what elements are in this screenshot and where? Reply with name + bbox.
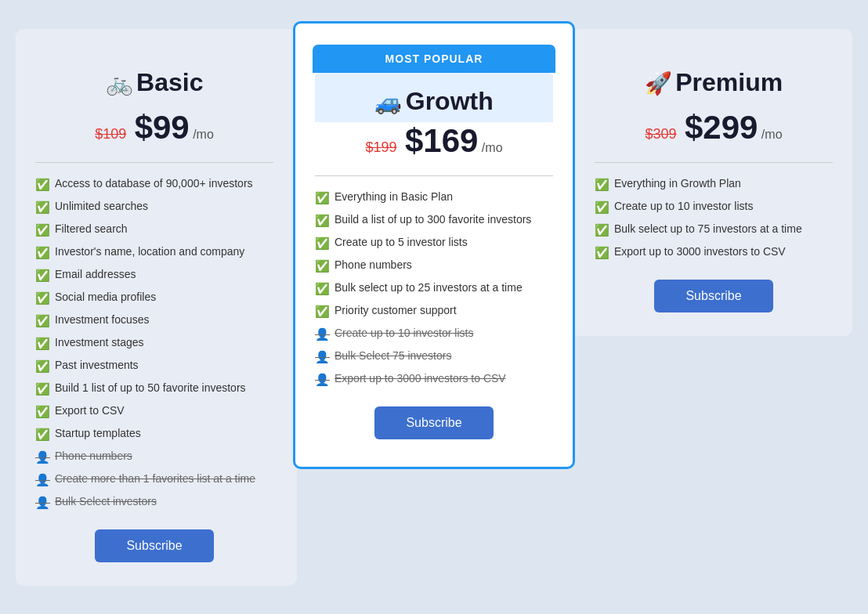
list-item: ✅Export up to 3000 investors to CSV — [595, 245, 833, 260]
list-item: ✅Social media profiles — [35, 291, 273, 305]
growth-current-price: $169 — [405, 122, 478, 159]
premium-per-month: /mo — [761, 128, 783, 141]
list-item: ✅Filtered search — [35, 222, 273, 237]
list-item: ✅Priority customer support — [315, 304, 553, 319]
list-item: ✅Everything in Basic Plan — [315, 190, 553, 205]
check-icon: ✅ — [35, 178, 50, 192]
growth-plan-icon: 🚙 — [374, 90, 402, 114]
list-item: ✅Access to database of 90,000+ investors — [35, 177, 273, 192]
lock-icon: 👤 — [35, 450, 50, 464]
premium-plan-title: Premium — [675, 68, 783, 96]
lock-icon: 👤 — [315, 350, 330, 364]
check-icon: ✅ — [35, 246, 50, 260]
check-icon: ✅ — [35, 291, 50, 305]
check-icon: ✅ — [315, 305, 330, 319]
basic-plan-pricing: $109 $99 /mo — [35, 109, 273, 146]
check-icon: ✅ — [315, 191, 330, 205]
basic-subscribe-button[interactable]: Subscribe — [95, 529, 213, 562]
growth-plan-card: MOST POPULAR 🚙 Growth $199 $169 /mo ✅Eve… — [293, 21, 575, 469]
list-item: 👤Export up to 3000 investors to CSV — [315, 372, 553, 387]
list-item: ✅Everything in Growth Plan — [595, 177, 833, 192]
basic-plan-title: Basic — [136, 68, 203, 96]
list-item: 👤Create up to 10 investor lists — [315, 327, 553, 341]
list-item: ✅Build a list of up to 300 favorite inve… — [315, 213, 553, 228]
basic-per-month: /mo — [193, 128, 214, 141]
lock-icon: 👤 — [315, 327, 330, 341]
growth-plan-title: Growth — [406, 87, 494, 115]
basic-feature-list: ✅Access to database of 90,000+ investors… — [35, 177, 273, 510]
check-icon: ✅ — [315, 214, 330, 228]
premium-feature-list: ✅Everything in Growth Plan ✅Create up to… — [595, 177, 833, 260]
list-item: 👤Create more than 1 favorites list at a … — [35, 472, 273, 487]
basic-plan-icon: 🚲 — [106, 71, 133, 96]
check-icon: ✅ — [35, 223, 50, 237]
lock-icon: 👤 — [315, 373, 330, 387]
premium-current-price: $299 — [685, 109, 758, 146]
premium-plan-header: 🚀 Premium — [595, 52, 833, 109]
list-item: ✅Email addresses — [35, 268, 273, 283]
check-icon: ✅ — [315, 259, 330, 273]
check-icon: ✅ — [35, 428, 50, 442]
list-item: 👤Phone numbers — [35, 450, 273, 464]
premium-original-price: $309 — [645, 126, 676, 142]
list-item: ✅Create up to 5 investor lists — [315, 236, 553, 251]
list-item: ✅Investment stages — [35, 336, 273, 351]
premium-plan-card: 🚀 Premium $309 $299 /mo ✅Everything in G… — [571, 29, 852, 336]
premium-plan-pricing: $309 $299 /mo — [595, 109, 833, 146]
growth-feature-list: ✅Everything in Basic Plan ✅Build a list … — [315, 190, 553, 387]
check-icon: ✅ — [35, 269, 50, 283]
check-icon: ✅ — [35, 405, 50, 419]
list-item: ✅Create up to 10 investor lists — [595, 200, 833, 215]
check-icon: ✅ — [595, 178, 609, 192]
list-item: ✅Build 1 list of up to 50 favorite inves… — [35, 381, 273, 396]
growth-original-price: $199 — [365, 139, 396, 155]
check-icon: ✅ — [35, 314, 50, 328]
most-popular-banner: MOST POPULAR — [313, 45, 555, 73]
check-icon: ✅ — [35, 359, 50, 374]
growth-divider — [315, 175, 553, 176]
check-icon: ✅ — [35, 337, 50, 351]
basic-divider — [35, 162, 273, 163]
growth-plan-pricing: $199 $169 /mo — [315, 122, 553, 160]
list-item: 👤Bulk Select 75 investors — [315, 349, 553, 364]
basic-current-price: $99 — [135, 109, 190, 146]
list-item: ✅Bulk select up to 75 investors at a tim… — [595, 222, 833, 237]
check-icon: ✅ — [35, 382, 50, 396]
list-item: ✅Export to CSV — [35, 404, 273, 419]
growth-subscribe-button[interactable]: Subscribe — [374, 406, 493, 439]
basic-original-price: $109 — [95, 126, 126, 142]
list-item: ✅Phone numbers — [315, 258, 553, 273]
growth-plan-header: 🚙 Growth — [315, 73, 553, 122]
growth-per-month: /mo — [482, 141, 503, 154]
premium-plan-icon: 🚀 — [645, 71, 672, 96]
check-icon: ✅ — [35, 200, 50, 215]
lock-icon: 👤 — [35, 473, 50, 487]
list-item: ✅Bulk select up to 25 investors at a tim… — [315, 281, 553, 296]
premium-subscribe-button[interactable]: Subscribe — [654, 280, 772, 312]
list-item: ✅Startup templates — [35, 427, 273, 442]
lock-icon: 👤 — [35, 496, 50, 510]
list-item: ✅Past investments — [35, 359, 273, 374]
list-item: ✅Investment focuses — [35, 313, 273, 328]
pricing-container: 🚲 Basic $109 $99 /mo ✅Access to database… — [16, 29, 852, 586]
list-item: 👤Bulk Select investors — [35, 495, 273, 510]
basic-plan-card: 🚲 Basic $109 $99 /mo ✅Access to database… — [16, 29, 297, 586]
check-icon: ✅ — [595, 246, 609, 260]
check-icon: ✅ — [315, 282, 330, 296]
check-icon: ✅ — [595, 200, 609, 215]
list-item: ✅Investor's name, location and company — [35, 245, 273, 260]
list-item: ✅Unlimited searches — [35, 200, 273, 215]
check-icon: ✅ — [315, 237, 330, 251]
basic-plan-header: 🚲 Basic — [35, 52, 273, 109]
premium-divider — [595, 162, 833, 163]
check-icon: ✅ — [595, 223, 609, 237]
